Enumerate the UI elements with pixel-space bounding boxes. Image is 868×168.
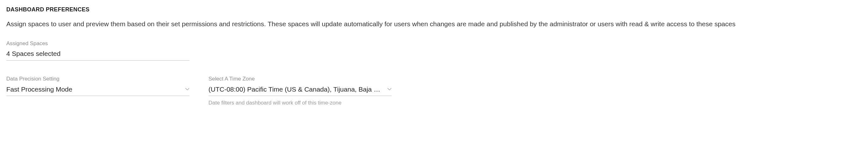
assigned-spaces-field: Assigned Spaces 4 Spaces selected	[6, 40, 189, 61]
data-precision-select[interactable]: Fast Processing Mode	[6, 84, 189, 96]
section-title: DASHBOARD PREFERENCES	[6, 6, 862, 13]
timezone-select[interactable]: (UTC-08:00) Pacific Time (US & Canada), …	[209, 84, 392, 96]
data-precision-value: Fast Processing Mode	[6, 85, 72, 94]
caret-down-icon	[185, 88, 189, 90]
assigned-spaces-label: Assigned Spaces	[6, 40, 189, 47]
timezone-label: Select A Time Zone	[209, 75, 392, 83]
data-precision-field: Data Precision Setting Fast Processing M…	[6, 75, 189, 107]
timezone-value: (UTC-08:00) Pacific Time (US & Canada), …	[209, 85, 383, 94]
data-precision-label: Data Precision Setting	[6, 75, 189, 83]
timezone-field: Select A Time Zone (UTC-08:00) Pacific T…	[209, 75, 392, 107]
caret-down-icon	[387, 88, 392, 90]
section-description: Assign spaces to user and preview them b…	[6, 19, 859, 28]
assigned-spaces-value: 4 Spaces selected	[6, 49, 61, 58]
assigned-spaces-select[interactable]: 4 Spaces selected	[6, 48, 189, 60]
settings-row: Data Precision Setting Fast Processing M…	[6, 75, 862, 107]
timezone-helper: Date filters and dashboard will work off…	[209, 99, 392, 107]
